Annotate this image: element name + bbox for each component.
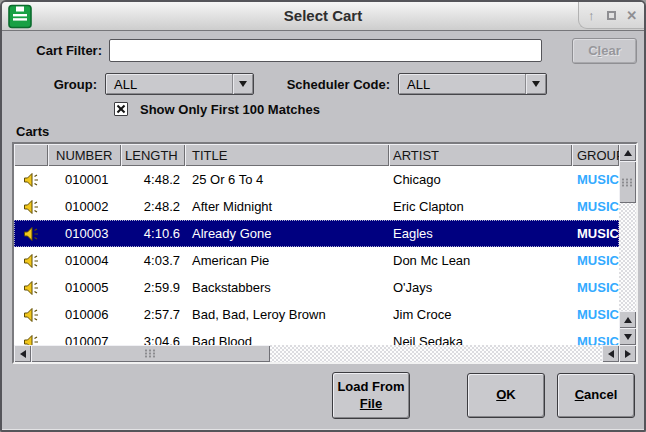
- show-first-100-label: Show Only First 100 Matches: [140, 102, 320, 117]
- cart-filter-label: Cart Filter:: [2, 43, 102, 58]
- scheduler-code-label: Scheduler Code:: [252, 77, 390, 92]
- scroll-left-icon[interactable]: [14, 345, 31, 362]
- title-cell: 25 Or 6 To 4: [185, 166, 389, 193]
- speaker-icon: [14, 220, 48, 247]
- speaker-icon: [14, 247, 48, 274]
- table-row[interactable]: 0100014:48.225 Or 6 To 4ChicagoMUSIC: [14, 166, 619, 193]
- group-label: Group:: [2, 77, 97, 92]
- group-cell: MUSIC: [572, 328, 619, 345]
- table-row[interactable]: 0100034:10.6Already GoneEaglesMUSIC: [14, 220, 619, 247]
- table-row[interactable]: 0100044:03.7American PieDon Mc LeanMUSIC: [14, 247, 619, 274]
- group-cell: MUSIC: [572, 301, 619, 328]
- title-cell: After Midnight: [185, 193, 389, 220]
- horizontal-scrollbar[interactable]: [14, 345, 636, 362]
- table-row[interactable]: 0100022:48.2After MidnightEric ClaptonMU…: [14, 193, 619, 220]
- artist-cell: O'Jays: [389, 274, 572, 301]
- length-cell: 2:59.9: [121, 274, 185, 301]
- group-cell: MUSIC: [572, 220, 619, 247]
- artist-cell: Neil Sedaka: [389, 328, 572, 345]
- artist-cell: Eagles: [389, 220, 572, 247]
- cart-number-cell: 010006: [48, 301, 121, 328]
- artist-cell: Don Mc Lean: [389, 247, 572, 274]
- speaker-icon: [14, 193, 48, 220]
- scheduler-select[interactable]: ALL: [398, 73, 547, 95]
- column-header-group[interactable]: GROUP: [572, 144, 619, 166]
- title-cell: American Pie: [185, 247, 389, 274]
- scroll-up-icon[interactable]: [619, 144, 636, 161]
- length-cell: 2:48.2: [121, 193, 185, 220]
- column-header-number[interactable]: NUMBER: [48, 144, 121, 166]
- shade-icon[interactable]: ↑: [583, 7, 599, 23]
- group-select-value: ALL: [106, 77, 232, 92]
- scroll-up-icon[interactable]: [619, 311, 636, 328]
- vertical-scrollbar[interactable]: [619, 144, 636, 345]
- cart-number-cell: 010004: [48, 247, 121, 274]
- cart-table-header: NUMBER LENGTH TITLE ARTIST GROUP: [14, 144, 619, 166]
- length-cell: 3:04.6: [121, 328, 185, 345]
- cart-number-cell: 010005: [48, 274, 121, 301]
- group-cell: MUSIC: [572, 247, 619, 274]
- speaker-icon: [14, 328, 48, 345]
- window-title: Select Cart: [2, 7, 644, 24]
- title-cell: Bad Blood: [185, 328, 389, 345]
- cart-table-body: 0100014:48.225 Or 6 To 4ChicagoMUSIC0100…: [14, 166, 619, 345]
- maximize-icon[interactable]: [604, 7, 620, 23]
- clear-button[interactable]: Clear: [572, 38, 637, 64]
- length-cell: 2:57.7: [121, 301, 185, 328]
- cart-number-cell: 010001: [48, 166, 121, 193]
- show-first-100-checkbox[interactable]: [114, 102, 128, 116]
- speaker-icon: [14, 274, 48, 301]
- title-bar[interactable]: Select Cart ↑ ✕: [2, 2, 644, 31]
- artist-cell: Chicago: [389, 166, 572, 193]
- column-header-artist[interactable]: ARTIST: [389, 144, 572, 166]
- speaker-icon: [14, 301, 48, 328]
- group-select[interactable]: ALL: [105, 73, 254, 95]
- cart-number-cell: 010002: [48, 193, 121, 220]
- select-cart-dialog: Select Cart ↑ ✕ Cart Filter: Clear Group…: [0, 0, 646, 432]
- title-cell: Already Gone: [185, 220, 389, 247]
- cart-number-cell: 010003: [48, 220, 121, 247]
- title-cell: Backstabbers: [185, 274, 389, 301]
- close-icon[interactable]: ✕: [624, 7, 640, 23]
- group-cell: MUSIC: [572, 193, 619, 220]
- title-cell: Bad, Bad, Leroy Brown: [185, 301, 389, 328]
- ok-button[interactable]: OK: [467, 373, 545, 418]
- group-cell: MUSIC: [572, 274, 619, 301]
- cart-number-cell: 010007: [48, 328, 121, 345]
- table-row[interactable]: 0100062:57.7Bad, Bad, Leroy BrownJim Cro…: [14, 301, 619, 328]
- scroll-right-icon[interactable]: [619, 345, 636, 362]
- column-header-title[interactable]: TITLE: [185, 144, 389, 166]
- chevron-down-icon: [525, 74, 546, 94]
- window-controls: ↑ ✕: [578, 2, 644, 29]
- length-cell: 4:10.6: [121, 220, 185, 247]
- carts-section-label: Carts: [16, 124, 49, 139]
- artist-cell: Jim Croce: [389, 301, 572, 328]
- column-header-length[interactable]: LENGTH: [121, 144, 185, 166]
- cart-table: NUMBER LENGTH TITLE ARTIST GROUP 0100014…: [12, 142, 638, 364]
- scroll-down-icon[interactable]: [619, 328, 636, 345]
- length-cell: 4:03.7: [121, 247, 185, 274]
- group-cell: MUSIC: [572, 166, 619, 193]
- speaker-icon: [14, 166, 48, 193]
- cart-table-grid: NUMBER LENGTH TITLE ARTIST GROUP 0100014…: [14, 144, 619, 345]
- table-row[interactable]: 0100073:04.6Bad BloodNeil SedakaMUSIC: [14, 328, 619, 345]
- load-from-file-button[interactable]: Load From File: [332, 372, 410, 419]
- cart-filter-input[interactable]: [109, 39, 542, 62]
- horizontal-scrollbar-thumb[interactable]: [31, 345, 270, 362]
- table-row[interactable]: 0100052:59.9BackstabbersO'JaysMUSIC: [14, 274, 619, 301]
- column-header-icon[interactable]: [14, 144, 48, 166]
- length-cell: 4:48.2: [121, 166, 185, 193]
- cancel-button[interactable]: Cancel: [557, 373, 635, 418]
- scroll-left-icon[interactable]: [602, 345, 619, 362]
- chevron-down-icon: [232, 74, 253, 94]
- scheduler-select-value: ALL: [399, 77, 525, 92]
- artist-cell: Eric Clapton: [389, 193, 572, 220]
- vertical-scrollbar-thumb[interactable]: [619, 161, 636, 203]
